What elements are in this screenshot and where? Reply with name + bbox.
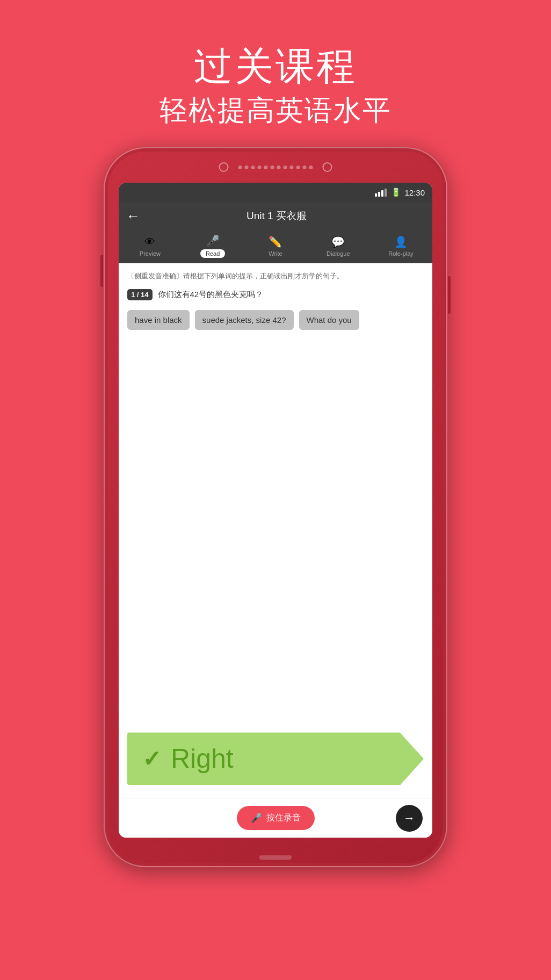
- page-title-line2: 轻松提高英语水平: [160, 89, 392, 131]
- tab-preview[interactable]: 👁 Preview: [119, 236, 182, 257]
- phone-device: 🔋 12:30 ← Unit 1 买衣服 👁 Preview 🎤 Read: [104, 147, 447, 867]
- write-icon: ✏️: [269, 235, 282, 248]
- result-banner: ✓ Right: [127, 732, 424, 785]
- preview-label: Preview: [140, 250, 161, 257]
- dialogue-icon: 💬: [331, 235, 345, 248]
- chip-2[interactable]: What do you: [299, 310, 359, 330]
- record-mic-icon: 🎤: [251, 812, 262, 824]
- content-area: 〔侧重发音准确〕请根据下列单词的提示，正确读出刚才所学的句子。 1 / 14 你…: [119, 263, 432, 798]
- progress-badge: 1 / 14: [127, 289, 153, 300]
- record-label: 按住录音: [266, 812, 301, 824]
- roleplay-icon: 👤: [394, 235, 408, 248]
- preview-icon: 👁: [144, 236, 155, 248]
- tab-bar: 👁 Preview 🎤 Read ✏️ Write 💬 Dialogue 👤: [119, 230, 432, 263]
- status-bar: 🔋 12:30: [119, 183, 432, 202]
- page-title-line1: 过关课程: [160, 43, 392, 89]
- word-chips-container: have in black suede jackets, size 42? Wh…: [127, 310, 424, 330]
- phone-bottom-area: [259, 855, 292, 860]
- phone-top-sensors: [219, 162, 332, 172]
- status-time: 12:30: [404, 188, 425, 197]
- sensor-left: [219, 162, 229, 172]
- tab-roleplay[interactable]: 👤 Role-play: [369, 235, 432, 257]
- tab-read[interactable]: 🎤 Read: [182, 234, 244, 258]
- question-text: 你们这有42号的黑色夹克吗？: [158, 290, 264, 300]
- chip-1[interactable]: suede jackets, size 42?: [195, 310, 294, 330]
- sensor-dots-group: [238, 165, 313, 169]
- next-button[interactable]: →: [396, 805, 423, 832]
- power-button: [448, 276, 451, 314]
- instruction-text: 〔侧重发音准确〕请根据下列单词的提示，正确读出刚才所学的句子。: [127, 271, 424, 282]
- volume-button: [100, 255, 103, 287]
- record-button[interactable]: 🎤 按住录音: [237, 806, 315, 830]
- dialogue-label: Dialogue: [327, 250, 350, 257]
- signal-icon: [375, 189, 387, 197]
- tab-write[interactable]: ✏️ Write: [244, 235, 307, 257]
- result-check-icon: ✓: [142, 746, 161, 772]
- battery-icon: 🔋: [391, 188, 401, 197]
- phone-screen: 🔋 12:30 ← Unit 1 买衣服 👁 Preview 🎤 Read: [119, 183, 432, 838]
- bottom-bar: 🎤 按住录音 →: [119, 798, 432, 838]
- chip-0[interactable]: have in black: [127, 310, 190, 330]
- roleplay-label: Role-play: [388, 250, 413, 257]
- read-icon: 🎤: [206, 234, 220, 247]
- back-button[interactable]: ←: [126, 208, 140, 225]
- app-header: ← Unit 1 买衣服: [119, 202, 432, 230]
- page-title-area: 过关课程 轻松提高英语水平: [160, 0, 392, 147]
- write-label: Write: [269, 250, 282, 257]
- question-row: 1 / 14 你们这有42号的黑色夹克吗？: [127, 289, 424, 300]
- result-label: Right: [171, 743, 234, 774]
- sensor-right: [323, 162, 332, 172]
- tab-dialogue[interactable]: 💬 Dialogue: [307, 235, 369, 257]
- header-title: Unit 1 买衣服: [143, 209, 410, 223]
- page-background: 过关课程 轻松提高英语水平: [0, 0, 551, 980]
- read-label: Read: [200, 249, 225, 258]
